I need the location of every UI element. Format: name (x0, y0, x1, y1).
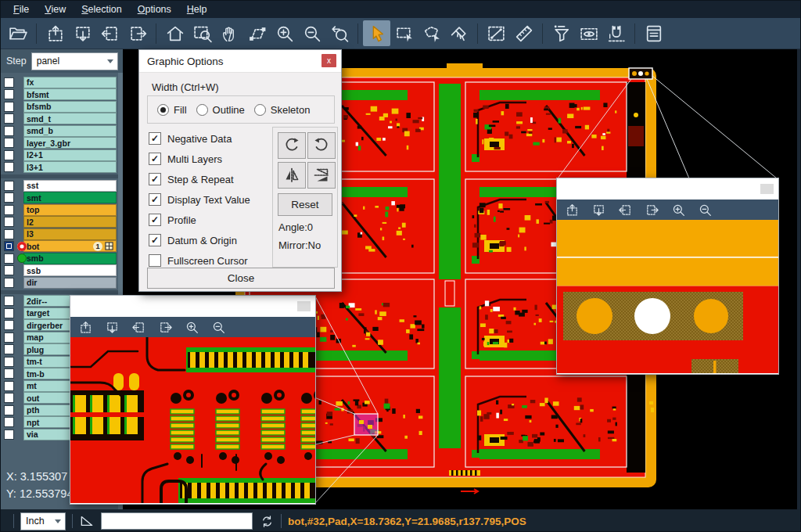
layer-checkbox[interactable] (4, 113, 14, 124)
import-up-button[interactable] (41, 20, 69, 46)
layer-name[interactable]: fx (23, 77, 117, 88)
command-input[interactable] (101, 512, 253, 530)
layer-checkbox[interactable] (4, 205, 14, 215)
popup-title-bar[interactable] (70, 296, 315, 317)
zoom-in-button[interactable] (271, 20, 298, 46)
layer-checkbox[interactable] (4, 241, 14, 251)
layer-name[interactable]: smd_t (23, 113, 117, 124)
popup-title-bar[interactable] (557, 178, 778, 200)
layer-checkbox[interactable] (4, 77, 14, 88)
import-right-button[interactable] (124, 20, 151, 46)
zoom-out-button[interactable] (698, 203, 713, 217)
layer-name[interactable]: l2 (23, 216, 117, 228)
layer-checkbox[interactable] (4, 332, 14, 343)
window-button[interactable] (760, 184, 774, 194)
clean-brush-button[interactable] (445, 20, 472, 46)
home-view-button[interactable] (161, 20, 189, 46)
rotate-cw-button[interactable] (278, 132, 306, 159)
angle-mode-icon[interactable] (79, 513, 95, 529)
checkbox-step-repeat[interactable]: ✓Step & Repeat (149, 169, 250, 189)
report-list-button[interactable] (640, 20, 667, 46)
layer-checkbox[interactable] (4, 344, 14, 354)
layer-name[interactable]: dir (23, 277, 117, 289)
radio-fill[interactable]: Fill (157, 104, 187, 116)
layer-checkbox[interactable] (4, 217, 14, 227)
close-icon[interactable]: x (321, 54, 336, 67)
mirror-horizontal-button[interactable] (278, 162, 306, 189)
view-options-button[interactable] (575, 20, 602, 46)
import-down-button[interactable] (69, 20, 96, 46)
checkbox-datum-origin[interactable]: ✓Datum & Origin (149, 230, 250, 250)
layer-checkbox[interactable] (4, 138, 14, 148)
radio-skeleton[interactable]: Skeleton (254, 104, 311, 116)
layer-name[interactable]: bfsmt (23, 88, 117, 100)
layer-name[interactable]: smb (23, 253, 117, 264)
layer-name[interactable]: l2+1 (23, 149, 117, 161)
checkbox-profile[interactable]: ✓Profile (149, 210, 250, 230)
layer-checkbox[interactable] (4, 89, 14, 99)
layer-name[interactable]: l3 (23, 228, 117, 240)
layer-checkbox[interactable] (4, 253, 14, 264)
popup-zoom-view[interactable] (557, 220, 778, 376)
grid-icon[interactable] (102, 242, 113, 250)
select-rectangle-button[interactable] (390, 20, 418, 46)
mirror-vertical-button[interactable] (307, 162, 336, 189)
import-right-button[interactable] (158, 320, 173, 335)
zoom-in-button[interactable] (185, 320, 199, 335)
import-up-button[interactable] (78, 320, 93, 335)
measure-ruler-button[interactable] (510, 20, 537, 46)
layer-checkbox[interactable] (4, 320, 14, 330)
zoom-in-button[interactable] (671, 203, 686, 217)
layer-name[interactable]: smd_b (23, 125, 117, 137)
layer-name[interactable]: bot1 (23, 240, 117, 252)
layer-name[interactable]: bfsmb (23, 101, 117, 113)
layer-name[interactable]: sst (23, 180, 117, 192)
layer-checkbox[interactable] (4, 150, 14, 160)
menu-item-selection[interactable]: Selection (74, 1, 129, 18)
layer-name[interactable]: ssb (23, 264, 117, 276)
layer-checkbox[interactable] (4, 192, 14, 203)
layer-name[interactable]: top (23, 204, 117, 216)
open-file-button[interactable] (4, 20, 31, 46)
select-cursor-button[interactable] (363, 20, 390, 46)
import-left-button[interactable] (96, 20, 124, 46)
layer-checkbox[interactable] (4, 126, 14, 136)
layer-checkbox[interactable] (4, 357, 14, 367)
zoom-polygon-button[interactable] (243, 20, 271, 46)
layer-checkbox[interactable] (4, 368, 14, 379)
unit-select[interactable]: Inch (20, 512, 66, 530)
step-select[interactable]: panel (31, 52, 118, 70)
layer-checkbox[interactable] (4, 181, 14, 191)
menu-item-options[interactable]: Options (130, 1, 179, 18)
menu-item-view[interactable]: View (37, 1, 74, 18)
layer-checkbox[interactable] (4, 308, 14, 318)
import-up-button[interactable] (565, 203, 580, 217)
checkbox-display-text-value[interactable]: ✓Display Text Value (149, 189, 250, 210)
layer-checkbox[interactable] (4, 265, 14, 275)
measure-distance-button[interactable] (483, 20, 510, 46)
layer-name[interactable]: smt (23, 192, 117, 203)
layer-checkbox[interactable] (4, 417, 14, 427)
layer-checkbox[interactable] (4, 278, 14, 288)
pan-hand-button[interactable] (216, 20, 243, 46)
filter-funnel-button[interactable] (548, 20, 575, 46)
zoom-window-button[interactable] (189, 20, 216, 46)
reset-button[interactable]: Reset (278, 193, 332, 216)
menu-item-file[interactable]: File (5, 1, 37, 18)
select-polygon-button[interactable] (418, 20, 445, 46)
import-right-button[interactable] (645, 203, 659, 217)
dialog-title-bar[interactable]: Graphic Options x (139, 50, 341, 73)
rotate-ccw-button[interactable] (307, 132, 336, 159)
checkbox-negative-data[interactable]: ✓Negative Data (149, 128, 250, 149)
layer-checkbox[interactable] (4, 229, 14, 239)
layer-checkbox[interactable] (4, 381, 14, 391)
layer-checkbox[interactable] (4, 102, 14, 112)
layer-name[interactable]: layer_3.gbr (23, 137, 117, 149)
menu-item-help[interactable]: Help (179, 1, 215, 18)
window-button[interactable] (297, 301, 311, 311)
layer-name[interactable]: l3+1 (23, 161, 117, 173)
layer-checkbox[interactable] (4, 162, 14, 172)
layer-checkbox[interactable] (4, 296, 14, 306)
import-left-button[interactable] (618, 203, 633, 217)
import-left-button[interactable] (131, 320, 146, 335)
